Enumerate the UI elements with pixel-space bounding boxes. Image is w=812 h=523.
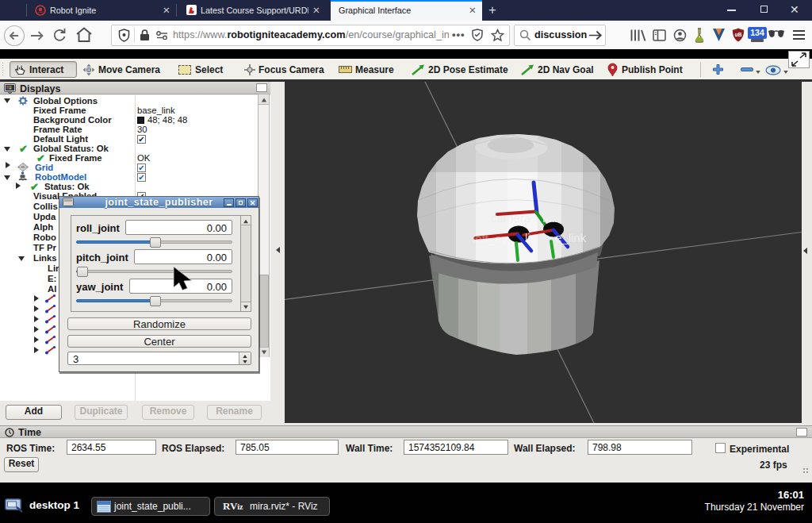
svg-text:left_ey: left_ey bbox=[473, 232, 508, 245]
svg-text:li: li bbox=[525, 231, 530, 244]
svg-text:_link: _link bbox=[535, 211, 561, 225]
svg-text:camera: camera bbox=[491, 211, 531, 225]
svg-text:uB: uB bbox=[735, 32, 742, 37]
svg-text:e_link: e_link bbox=[555, 231, 587, 244]
